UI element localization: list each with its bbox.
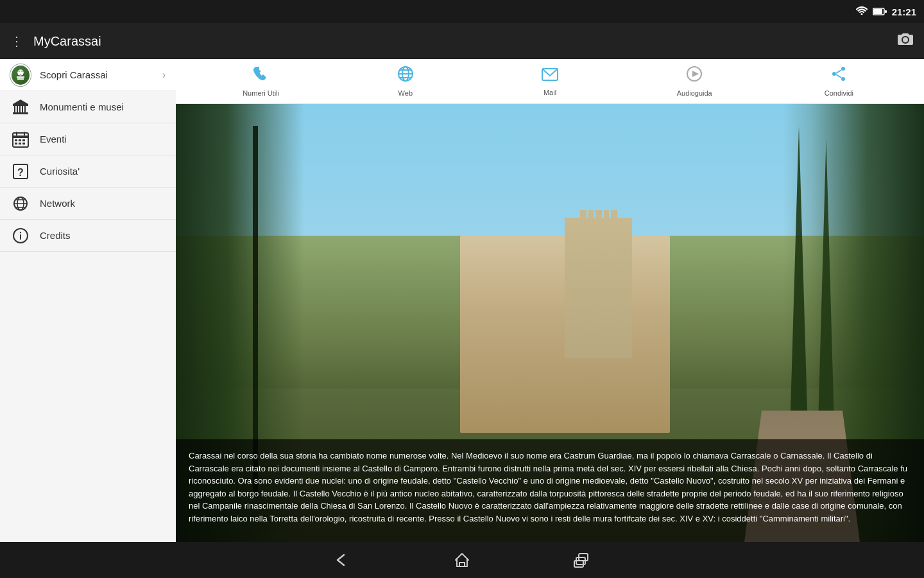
sidebar-credits-label: Credits [40, 230, 166, 241]
svg-marker-41 [692, 71, 699, 77]
svg-rect-18 [15, 139, 17, 141]
nav-web-label: Web [398, 89, 413, 97]
svg-rect-5 [17, 78, 24, 80]
question-icon: ? [10, 161, 31, 182]
nav-condividi[interactable]: Condividi [767, 66, 911, 97]
menu-dots-icon[interactable]: ⋮ [10, 33, 23, 49]
nav-numeri-utili[interactable]: Numeri Utili [189, 66, 333, 97]
main-layout: Scopri Carassai › Monumenti e musei [0, 59, 924, 547]
svg-rect-11 [24, 106, 26, 112]
sidebar-item-eventi[interactable]: Eventi [0, 123, 176, 155]
nav-web[interactable]: Web [333, 66, 477, 97]
svg-rect-12 [13, 104, 28, 106]
top-nav: Numeri Utili Web [176, 59, 924, 104]
nav-numeri-label: Numeri Utili [243, 89, 279, 97]
share-icon [830, 66, 847, 87]
svg-rect-6 [13, 112, 28, 114]
battery-icon [873, 8, 887, 15]
back-button[interactable] [332, 552, 350, 568]
sidebar-item-monumenti[interactable]: Monumenti e musei [0, 91, 176, 123]
recents-button[interactable] [574, 552, 592, 568]
svg-point-44 [841, 77, 845, 81]
description-text: Carassai nel corso della sua storia ha c… [189, 450, 911, 525]
sidebar-item-curiosita[interactable]: ? Curiosita' [0, 155, 176, 188]
svg-rect-20 [22, 139, 25, 141]
mail-icon [542, 66, 558, 86]
svg-rect-17 [24, 132, 25, 136]
nav-mail-label: Mail [543, 89, 556, 96]
app-header: ⋮ MyCarassai [0, 23, 924, 59]
svg-rect-21 [15, 143, 17, 144]
globe-icon [397, 66, 414, 87]
sidebar-scopri-label: Scopri Carassai [40, 69, 162, 80]
nav-mail[interactable]: Mail [477, 66, 622, 96]
svg-rect-16 [16, 132, 17, 136]
svg-rect-19 [19, 139, 21, 141]
sidebar: Scopri Carassai › Monumenti e musei [0, 59, 176, 547]
camera-icon[interactable] [897, 32, 914, 50]
image-container: Carassai nel corso della sua storia ha c… [176, 104, 924, 542]
chevron-right-icon: › [162, 69, 166, 81]
sidebar-item-credits[interactable]: Credits [0, 220, 176, 252]
svg-point-42 [841, 67, 845, 71]
svg-rect-23 [22, 143, 25, 144]
svg-point-33 [20, 231, 21, 232]
sidebar-item-network[interactable]: Network [0, 188, 176, 220]
svg-line-45 [836, 70, 841, 73]
nav-audioguida-label: Audioguida [677, 89, 712, 97]
bottom-nav [0, 542, 924, 578]
play-icon [686, 66, 703, 87]
svg-rect-7 [14, 106, 15, 112]
badge-icon [10, 65, 31, 85]
info-icon [10, 225, 31, 246]
svg-rect-15 [13, 136, 28, 138]
svg-rect-22 [19, 143, 21, 144]
sidebar-item-scopri[interactable]: Scopri Carassai › [0, 59, 176, 91]
svg-rect-47 [459, 563, 465, 566]
sidebar-monumenti-label: Monumenti e musei [40, 101, 166, 112]
sidebar-eventi-label: Eventi [40, 134, 166, 144]
castle-image: Carassai nel corso della sua storia ha c… [176, 104, 924, 542]
nav-condividi-label: Condividi [825, 89, 853, 97]
svg-rect-10 [22, 106, 23, 112]
sidebar-curiosita-label: Curiosita' [40, 166, 166, 177]
content-text-overlay: Carassai nel corso della sua storia ha c… [176, 439, 924, 542]
status-time: 21:21 [892, 6, 916, 17]
monument-icon [10, 97, 31, 118]
sidebar-network-label: Network [40, 198, 166, 209]
svg-text:?: ? [17, 167, 24, 178]
svg-rect-2 [885, 10, 887, 13]
nav-audioguida[interactable]: Audioguida [622, 66, 767, 97]
svg-rect-1 [873, 9, 882, 14]
wifi-icon [856, 6, 868, 17]
home-button[interactable] [453, 551, 471, 569]
svg-rect-8 [17, 106, 18, 112]
phone-icon [253, 66, 270, 87]
svg-point-43 [832, 72, 836, 76]
svg-line-46 [836, 74, 841, 78]
app-title: MyCarassai [33, 34, 897, 49]
calendar-icon [10, 129, 31, 150]
svg-rect-4 [17, 76, 24, 78]
content-area: Numeri Utili Web [176, 59, 924, 547]
status-bar: 21:21 [0, 0, 924, 23]
svg-rect-9 [19, 106, 21, 112]
network-icon [10, 193, 31, 214]
svg-marker-13 [13, 100, 28, 104]
